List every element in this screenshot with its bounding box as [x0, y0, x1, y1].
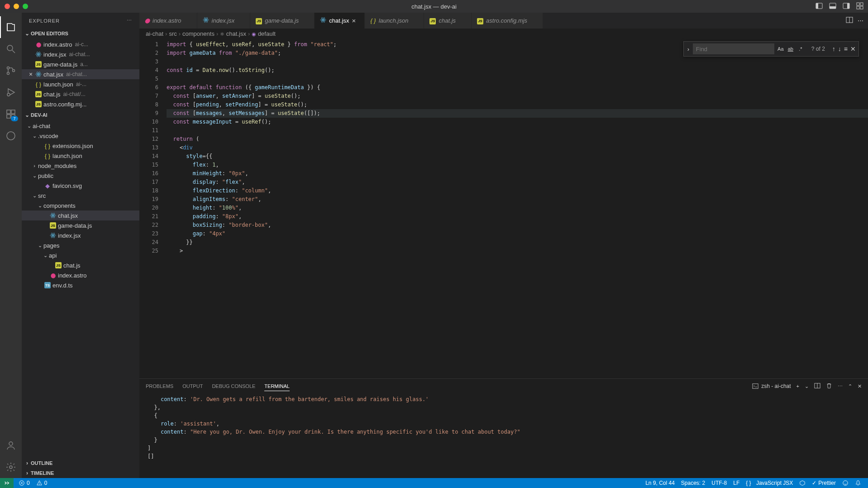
sidebar-more-icon[interactable]: ⋯	[127, 18, 132, 24]
tab-launch-json[interactable]: { }launch.json×	[365, 13, 424, 29]
activity-extensions[interactable]: 7	[0, 103, 22, 125]
breadcrumb-item[interactable]: ai-chat	[146, 30, 163, 37]
open-editor-item[interactable]: JSgame-data.jsa...	[22, 59, 139, 69]
section-timeline[interactable]: › TIMELINE	[22, 468, 139, 478]
file-path-hint: ai-c...	[75, 41, 88, 48]
remote-indicator[interactable]	[0, 478, 14, 488]
terminal-kill-icon[interactable]	[826, 383, 832, 390]
terminal-new-icon[interactable]: +	[796, 383, 799, 389]
layout-right-icon[interactable]	[843, 2, 850, 11]
window-close[interactable]	[5, 4, 10, 9]
find-word-icon[interactable]: ab	[786, 44, 795, 53]
terminal-selector[interactable]: zsh - ai-chat	[752, 383, 791, 389]
status-warnings[interactable]: 0	[33, 480, 51, 486]
close-icon[interactable]: ×	[352, 17, 359, 24]
open-editor-item[interactable]: { }launch.jsonai-...	[22, 79, 139, 89]
activity-account[interactable]	[0, 435, 22, 456]
window-minimize[interactable]	[14, 4, 19, 9]
tab-chat-jsx[interactable]: chat.jsx×	[315, 13, 365, 29]
layout-grid-icon[interactable]	[856, 2, 863, 11]
open-editor-item[interactable]: ×chat.jsxai-chat...	[22, 69, 139, 79]
status-lang[interactable]: { } JavaScript JSX	[743, 480, 796, 486]
split-editor-icon[interactable]	[846, 16, 853, 25]
code-editor[interactable]: import { useEffect, useRef, useState } f…	[167, 38, 868, 378]
tab-astro-config-mjs[interactable]: JSastro.config.mjs×	[472, 13, 543, 29]
chevron-down-icon: ⌄	[31, 133, 38, 139]
activity-edge[interactable]	[0, 125, 22, 147]
panel-close-icon[interactable]: ✕	[858, 383, 862, 389]
status-spaces[interactable]: Spaces: 2	[678, 480, 708, 486]
panel-tab-debug-console[interactable]: DEBUG CONSOLE	[212, 382, 255, 391]
status-eol[interactable]: LF	[730, 480, 743, 486]
status-bell-icon[interactable]	[852, 480, 864, 486]
file-item[interactable]: JSchat.js	[22, 260, 139, 270]
breadcrumb-item[interactable]: ⚛ chat.jsx	[220, 30, 246, 37]
breadcrumb-item[interactable]: src	[169, 30, 176, 37]
folder-item[interactable]: ⌄src	[22, 191, 139, 201]
folder-item[interactable]: ⌄pages	[22, 240, 139, 250]
terminal[interactable]: content: 'Dr. Owen gets a refill from th…	[139, 393, 868, 478]
status-errors[interactable]: 0	[15, 480, 33, 486]
section-project[interactable]: ⌄ DEV-AI	[22, 110, 139, 120]
file-item[interactable]: index.jsx	[22, 230, 139, 240]
svg-point-14	[13, 70, 15, 72]
tab-index-astro[interactable]: ⬤index.astro×	[139, 13, 197, 29]
open-editor-item[interactable]: JSchat.jsai-chat/...	[22, 89, 139, 99]
section-open-editors[interactable]: ⌄ OPEN EDITORS	[22, 29, 139, 38]
breadcrumb-item[interactable]: components	[182, 30, 215, 37]
file-item[interactable]: ⬤index.astro	[22, 270, 139, 280]
tab-index-jsx[interactable]: index.jsx×	[197, 13, 251, 29]
file-item[interactable]: { }launch.json	[22, 151, 139, 161]
find-next-icon[interactable]: ↓	[838, 45, 841, 53]
open-editor-item[interactable]: ⬤index.astroai-c...	[22, 39, 139, 49]
svg-point-10	[7, 45, 13, 51]
find-input[interactable]	[693, 43, 774, 54]
folder-item[interactable]: ⌄.vscode	[22, 131, 139, 141]
activity-explorer[interactable]	[0, 16, 22, 38]
activity-source-control[interactable]	[0, 60, 22, 81]
folder-item[interactable]: ⌄ai-chat	[22, 121, 139, 131]
open-editor-item[interactable]: index.jsxai-chat...	[22, 49, 139, 59]
breadcrumbs[interactable]: ai-chat›src›components›⚛ chat.jsx›◉ defa…	[139, 29, 868, 38]
find-case-icon[interactable]: Aa	[776, 44, 785, 53]
terminal-dropdown-icon[interactable]: ⌄	[805, 383, 809, 389]
folder-item[interactable]: ›node_modules	[22, 161, 139, 171]
panel-maximize-icon[interactable]: ⌃	[848, 383, 852, 389]
tab-game-data-js[interactable]: JSgame-data.js×	[250, 13, 315, 29]
status-eslint-icon[interactable]	[796, 480, 809, 486]
section-outline[interactable]: › OUTLINE	[22, 458, 139, 468]
panel-tab-output[interactable]: OUTPUT	[182, 382, 203, 391]
status-prettier[interactable]: ✓ Prettier	[809, 480, 839, 486]
layout-bottom-icon[interactable]	[829, 2, 836, 11]
folder-item[interactable]: ⌄components	[22, 201, 139, 211]
activity-settings[interactable]	[0, 456, 22, 478]
activity-search[interactable]	[0, 38, 22, 60]
activity-debug[interactable]	[0, 81, 22, 103]
panel-tab-terminal[interactable]: TERMINAL	[264, 382, 290, 391]
file-item[interactable]: chat.jsx	[22, 211, 139, 220]
panel-tab-problems[interactable]: PROBLEMS	[146, 382, 173, 391]
layout-left-icon[interactable]	[816, 2, 823, 11]
find-prev-icon[interactable]: ↑	[832, 45, 835, 53]
status-encoding[interactable]: UTF-8	[708, 480, 730, 486]
find-close-icon[interactable]: ✕	[850, 45, 856, 53]
window-maximize[interactable]	[23, 4, 28, 9]
status-feedback-icon[interactable]	[839, 480, 852, 486]
find-selection-icon[interactable]: ≡	[844, 45, 848, 53]
find-regex-icon[interactable]: .*	[796, 44, 805, 53]
more-icon[interactable]: ⋯	[858, 17, 863, 24]
close-icon[interactable]: ×	[27, 71, 34, 78]
folder-item[interactable]: ⌄api	[22, 250, 139, 260]
file-item[interactable]: TSenv.d.ts	[22, 280, 139, 290]
terminal-split-icon[interactable]	[814, 383, 820, 390]
more-icon[interactable]: ⋯	[838, 383, 843, 389]
status-cursor[interactable]: Ln 9, Col 44	[642, 480, 678, 486]
file-item[interactable]: { }extensions.json	[22, 141, 139, 151]
folder-item[interactable]: ⌄public	[22, 171, 139, 181]
find-expand-icon[interactable]: ›	[684, 46, 693, 53]
file-item[interactable]: JSgame-data.js	[22, 220, 139, 230]
tab-chat-js[interactable]: JSchat.js×	[424, 13, 472, 29]
file-item[interactable]: ◆favicon.svg	[22, 181, 139, 191]
open-editor-item[interactable]: JSastro.config.mj...	[22, 99, 139, 109]
breadcrumb-item[interactable]: ◉ default	[252, 30, 276, 37]
